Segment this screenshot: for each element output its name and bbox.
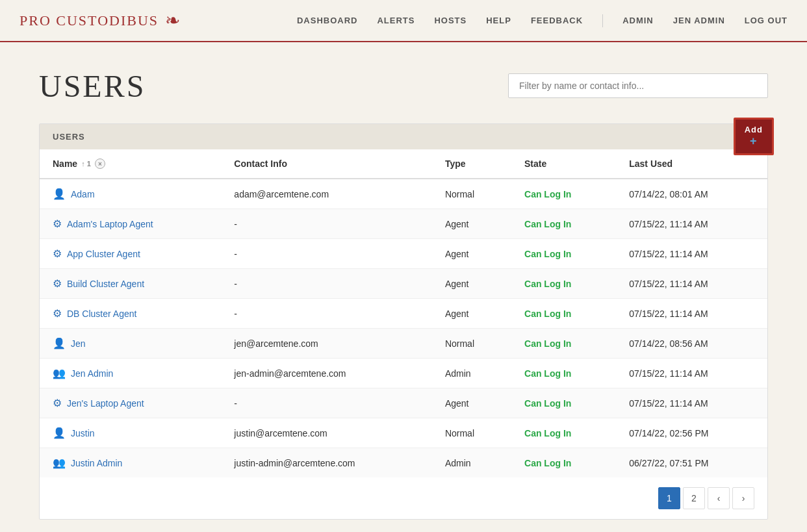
nav-jen-admin[interactable]: JEN ADMIN bbox=[673, 16, 725, 25]
agent-icon: ⚙ bbox=[53, 307, 62, 320]
user-name: App Cluster Agent bbox=[67, 249, 140, 259]
header: PRO CUSTODIBUS ❧ DASHBOARD ALERTS HOSTS … bbox=[0, 0, 807, 42]
cell-contact: jen-admin@arcemtene.com bbox=[221, 359, 432, 388]
cell-state: Can Log In bbox=[511, 179, 616, 209]
logo-icon: ❧ bbox=[165, 10, 180, 31]
cell-contact: adam@arcemtene.com bbox=[221, 179, 432, 209]
table-row: ⚙ Jen's Laptop Agent - Agent Can Log In … bbox=[40, 388, 767, 418]
cell-last-used: 07/15/22, 11:14 AM bbox=[616, 299, 767, 329]
user-link[interactable]: 👤 Jen bbox=[53, 337, 208, 349]
cell-last-used: 07/15/22, 11:14 AM bbox=[616, 359, 767, 388]
users-table-section: USERS Add + Name ↑ 1 × Contact Info Type bbox=[39, 123, 768, 520]
table-row: 👤 Adam adam@arcemtene.com Normal Can Log… bbox=[40, 179, 767, 209]
logo: PRO CUSTODIBUS ❧ bbox=[19, 10, 180, 31]
nav-help[interactable]: HELP bbox=[486, 16, 511, 25]
cell-name: ⚙ Build Cluster Agent bbox=[40, 269, 221, 299]
table-head: Name ↑ 1 × Contact Info Type State Last … bbox=[40, 149, 767, 179]
section-label: USERS bbox=[53, 132, 85, 142]
user-link[interactable]: 👤 Justin bbox=[53, 427, 208, 439]
next-page-button[interactable]: › bbox=[732, 487, 754, 509]
cell-last-used: 07/15/22, 11:14 AM bbox=[616, 269, 767, 299]
agent-icon: ⚙ bbox=[53, 247, 62, 260]
admin-icon: 👥 bbox=[53, 457, 66, 469]
cell-last-used: 07/15/22, 11:14 AM bbox=[616, 388, 767, 418]
add-button[interactable]: Add + bbox=[734, 118, 774, 155]
table-header-row: Name ↑ 1 × Contact Info Type State Last … bbox=[40, 149, 767, 179]
cell-name: 👥 Justin Admin bbox=[40, 448, 221, 478]
user-name: Jen Admin bbox=[71, 368, 113, 379]
table-row: ⚙ Build Cluster Agent - Agent Can Log In… bbox=[40, 269, 767, 299]
user-link[interactable]: ⚙ Build Cluster Agent bbox=[53, 277, 208, 290]
user-link[interactable]: 👥 Jen Admin bbox=[53, 367, 208, 379]
user-link[interactable]: ⚙ App Cluster Agent bbox=[53, 247, 208, 260]
agent-icon: ⚙ bbox=[53, 397, 62, 409]
cell-type: Admin bbox=[432, 448, 511, 478]
table-section-header: USERS bbox=[40, 124, 767, 149]
cell-type: Normal bbox=[432, 179, 511, 209]
page-btn-1[interactable]: 1 bbox=[658, 487, 680, 509]
cell-last-used: 07/14/22, 02:56 PM bbox=[616, 418, 767, 448]
cell-type: Admin bbox=[432, 359, 511, 388]
cell-last-used: 07/14/22, 08:56 AM bbox=[616, 329, 767, 359]
table-row: 👤 Jen jen@arcemtene.com Normal Can Log I… bbox=[40, 329, 767, 359]
main-content: USERS USERS Add + Name ↑ 1 × bbox=[0, 42, 807, 532]
state-badge: Can Log In bbox=[524, 279, 571, 289]
user-name: Justin bbox=[71, 428, 95, 438]
cell-name: ⚙ DB Cluster Agent bbox=[40, 299, 221, 329]
state-badge: Can Log In bbox=[524, 219, 571, 229]
table-row: 👤 Justin justin@arcemtene.com Normal Can… bbox=[40, 418, 767, 448]
cell-state: Can Log In bbox=[511, 299, 616, 329]
cell-type: Agent bbox=[432, 299, 511, 329]
filter-input[interactable] bbox=[508, 73, 768, 98]
user-name: Build Cluster Agent bbox=[67, 279, 144, 289]
cell-type: Agent bbox=[432, 269, 511, 299]
cell-name: 👤 Adam bbox=[40, 179, 221, 209]
cell-name: ⚙ App Cluster Agent bbox=[40, 239, 221, 269]
cell-name: 👤 Jen bbox=[40, 329, 221, 359]
cell-last-used: 06/27/22, 07:51 PM bbox=[616, 448, 767, 478]
nav-logout[interactable]: LOG OUT bbox=[745, 16, 788, 25]
col-name: Name ↑ 1 × bbox=[40, 149, 221, 179]
user-link[interactable]: ⚙ Adam's Laptop Agent bbox=[53, 218, 208, 230]
cell-contact: justin-admin@arcemtene.com bbox=[221, 448, 432, 478]
table-row: ⚙ App Cluster Agent - Agent Can Log In 0… bbox=[40, 239, 767, 269]
cell-state: Can Log In bbox=[511, 329, 616, 359]
logo-text: PRO CUSTODIBUS bbox=[19, 12, 159, 29]
nav-hosts[interactable]: HOSTS bbox=[434, 16, 467, 25]
user-link[interactable]: 👥 Justin Admin bbox=[53, 457, 208, 469]
cell-name: ⚙ Adam's Laptop Agent bbox=[40, 209, 221, 239]
agent-icon: ⚙ bbox=[53, 218, 62, 230]
cell-last-used: 07/14/22, 08:01 AM bbox=[616, 179, 767, 209]
state-badge: Can Log In bbox=[524, 189, 571, 199]
user-link[interactable]: 👤 Adam bbox=[53, 188, 208, 200]
prev-page-button[interactable]: ‹ bbox=[708, 487, 730, 509]
user-name: Justin Admin bbox=[71, 458, 122, 468]
table-body: 👤 Adam adam@arcemtene.com Normal Can Log… bbox=[40, 179, 767, 477]
cell-state: Can Log In bbox=[511, 448, 616, 478]
state-badge: Can Log In bbox=[524, 368, 571, 379]
page-btn-2[interactable]: 2 bbox=[683, 487, 705, 509]
cell-last-used: 07/15/22, 11:14 AM bbox=[616, 239, 767, 269]
cell-type: Normal bbox=[432, 329, 511, 359]
cell-contact: - bbox=[221, 239, 432, 269]
users-table: Name ↑ 1 × Contact Info Type State Last … bbox=[40, 149, 767, 477]
cell-type: Normal bbox=[432, 418, 511, 448]
clear-sort-button[interactable]: × bbox=[95, 158, 105, 169]
user-link[interactable]: ⚙ DB Cluster Agent bbox=[53, 307, 208, 320]
user-link[interactable]: ⚙ Jen's Laptop Agent bbox=[53, 397, 208, 409]
user-name: Adam bbox=[71, 189, 95, 199]
table-row: 👥 Jen Admin jen-admin@arcemtene.com Admi… bbox=[40, 359, 767, 388]
cell-state: Can Log In bbox=[511, 209, 616, 239]
cell-type: Agent bbox=[432, 239, 511, 269]
nav-divider bbox=[602, 14, 603, 27]
nav-dashboard[interactable]: DASHBOARD bbox=[297, 16, 358, 25]
state-badge: Can Log In bbox=[524, 398, 571, 409]
nav-alerts[interactable]: ALERTS bbox=[377, 16, 415, 25]
table-row: 👥 Justin Admin justin-admin@arcemtene.co… bbox=[40, 448, 767, 478]
state-badge: Can Log In bbox=[524, 428, 571, 438]
agent-icon: ⚙ bbox=[53, 277, 62, 290]
cell-state: Can Log In bbox=[511, 388, 616, 418]
nav-feedback[interactable]: FEEDBACK bbox=[531, 16, 583, 25]
nav-admin[interactable]: ADMIN bbox=[622, 16, 654, 25]
main-nav: DASHBOARD ALERTS HOSTS HELP FEEDBACK ADM… bbox=[297, 14, 788, 27]
